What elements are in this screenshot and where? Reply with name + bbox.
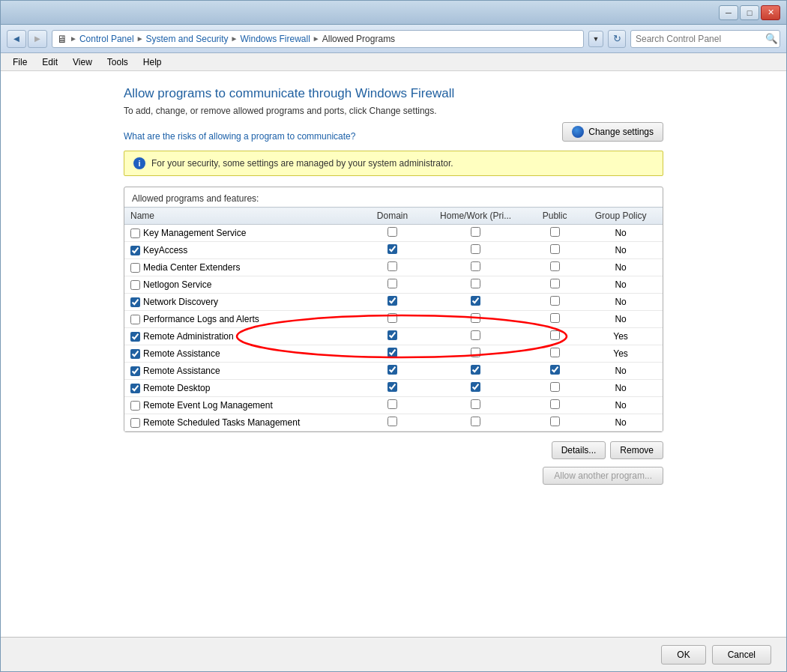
table-row: Remote AssistanceNo: [124, 363, 663, 380]
breadcrumb-dropdown-button[interactable]: ▼: [588, 31, 603, 47]
program-home-cell: [420, 397, 531, 414]
program-home-cell: [420, 311, 531, 328]
program-checkbox[interactable]: [130, 418, 140, 428]
home-checkbox[interactable]: [471, 279, 480, 288]
table-row: Performance Logs and AlertsNo: [124, 311, 663, 328]
public-checkbox[interactable]: [550, 227, 560, 237]
program-home-cell: [420, 363, 531, 380]
ok-button[interactable]: OK: [661, 645, 705, 665]
program-label: Remote Event Log Management: [143, 400, 273, 411]
program-checkbox[interactable]: [130, 246, 140, 255]
home-checkbox[interactable]: [471, 330, 480, 340]
program-home-cell: [420, 225, 531, 242]
remove-button[interactable]: Remove: [610, 441, 663, 459]
breadcrumb-firewall[interactable]: Windows Firewall: [240, 34, 310, 44]
public-checkbox[interactable]: [550, 417, 560, 426]
program-public-cell: [531, 276, 579, 294]
domain-checkbox[interactable]: [388, 399, 397, 409]
domain-checkbox[interactable]: [388, 261, 397, 271]
public-checkbox[interactable]: [550, 261, 560, 271]
domain-checkbox[interactable]: [388, 313, 397, 323]
home-checkbox[interactable]: [471, 313, 480, 323]
table-wrapper: Name Domain Home/Work (Pri... Public Gro…: [124, 207, 663, 432]
program-checkbox[interactable]: [130, 332, 140, 342]
program-public-cell: [531, 380, 579, 397]
help-link[interactable]: What are the risks of allowing a program…: [124, 131, 355, 142]
domain-checkbox[interactable]: [388, 382, 397, 392]
program-label: Remote Administration: [143, 331, 234, 342]
table-row: Media Center ExtendersNo: [124, 259, 663, 276]
menu-view[interactable]: View: [67, 55, 98, 69]
change-settings-button[interactable]: Change settings: [562, 122, 663, 142]
program-checkbox[interactable]: [130, 401, 140, 411]
program-public-cell: [531, 363, 579, 380]
program-checkbox[interactable]: [130, 228, 140, 238]
home-checkbox[interactable]: [471, 382, 480, 392]
program-domain-cell: [364, 363, 421, 380]
home-checkbox[interactable]: [471, 244, 480, 254]
domain-checkbox[interactable]: [388, 330, 397, 340]
table-row: Network DiscoveryNo: [124, 294, 663, 311]
domain-checkbox[interactable]: [388, 244, 397, 254]
search-input[interactable]: [631, 34, 763, 44]
public-checkbox[interactable]: [550, 399, 560, 409]
minimize-button[interactable]: ─: [719, 5, 738, 20]
public-checkbox[interactable]: [550, 313, 560, 323]
program-checkbox[interactable]: [130, 263, 140, 273]
forward-button[interactable]: ►: [28, 30, 47, 48]
public-checkbox[interactable]: [550, 244, 560, 254]
domain-checkbox[interactable]: [388, 348, 397, 357]
close-button[interactable]: ✕: [761, 5, 780, 20]
programs-table-container[interactable]: Name Domain Home/Work (Pri... Public Gro…: [124, 207, 663, 432]
program-home-cell: [420, 380, 531, 397]
menu-help[interactable]: Help: [137, 55, 168, 69]
menu-tools[interactable]: Tools: [101, 55, 134, 69]
domain-checkbox[interactable]: [388, 296, 397, 306]
program-checkbox[interactable]: [130, 297, 140, 307]
back-button[interactable]: ◄: [7, 30, 26, 48]
allow-program-button[interactable]: Allow another program...: [543, 467, 663, 485]
main-window: ─ □ ✕ ◄ ► 🖥 ► Control Panel ► System and…: [0, 0, 787, 672]
program-public-cell: [531, 328, 579, 345]
program-policy-cell: No: [579, 294, 663, 311]
domain-checkbox[interactable]: [388, 279, 397, 288]
domain-checkbox[interactable]: [388, 417, 397, 426]
program-checkbox[interactable]: [130, 384, 140, 393]
public-checkbox[interactable]: [550, 348, 560, 357]
program-public-cell: [531, 414, 579, 432]
maximize-button[interactable]: □: [740, 5, 759, 20]
menu-bar: File Edit View Tools Help: [1, 53, 786, 71]
col-policy: Group Policy: [579, 208, 663, 225]
menu-edit[interactable]: Edit: [36, 55, 64, 69]
home-checkbox[interactable]: [471, 365, 480, 375]
public-checkbox[interactable]: [550, 365, 560, 375]
breadcrumb-control-panel[interactable]: Control Panel: [79, 34, 134, 44]
program-checkbox[interactable]: [130, 280, 140, 290]
public-checkbox[interactable]: [550, 382, 560, 392]
home-checkbox[interactable]: [471, 261, 480, 271]
home-checkbox[interactable]: [471, 399, 480, 409]
program-home-cell: [420, 242, 531, 259]
header-row: What are the risks of allowing a program…: [124, 122, 663, 142]
refresh-button[interactable]: ↻: [608, 30, 626, 48]
search-button[interactable]: 🔍: [763, 31, 780, 47]
menu-file[interactable]: File: [7, 55, 33, 69]
program-home-cell: [420, 276, 531, 294]
public-checkbox[interactable]: [550, 279, 560, 288]
cancel-button[interactable]: Cancel: [712, 645, 771, 665]
details-button[interactable]: Details...: [552, 441, 606, 459]
home-checkbox[interactable]: [471, 227, 480, 237]
public-checkbox[interactable]: [550, 330, 560, 340]
home-checkbox[interactable]: [471, 417, 480, 426]
program-public-cell: [531, 397, 579, 414]
home-checkbox[interactable]: [471, 296, 480, 306]
domain-checkbox[interactable]: [388, 227, 397, 237]
public-checkbox[interactable]: [550, 296, 560, 306]
domain-checkbox[interactable]: [388, 365, 397, 375]
table-row: Key Management ServiceNo: [124, 225, 663, 242]
program-checkbox[interactable]: [130, 315, 140, 324]
breadcrumb-system-security[interactable]: System and Security: [146, 34, 229, 44]
home-checkbox[interactable]: [471, 348, 480, 357]
program-checkbox[interactable]: [130, 349, 140, 359]
program-checkbox[interactable]: [130, 366, 140, 376]
